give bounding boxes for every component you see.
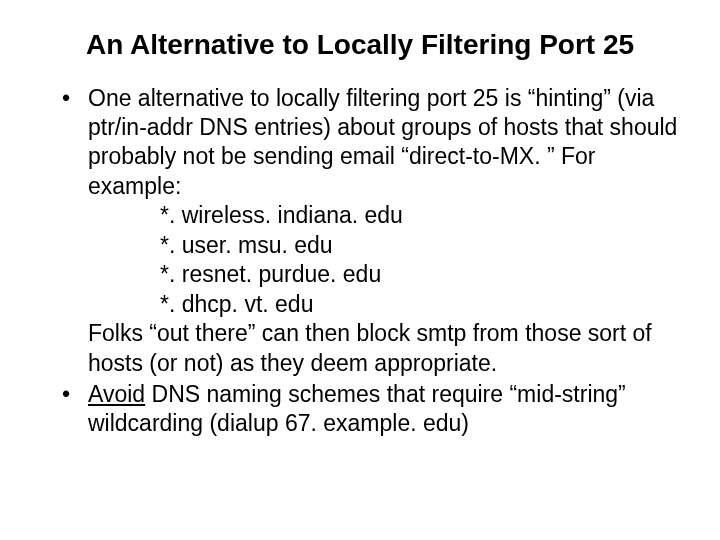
underlined-word: Avoid bbox=[88, 381, 145, 407]
bullet-text: DNS naming schemes that require “mid-str… bbox=[88, 381, 626, 436]
bullet-list: One alternative to locally filtering por… bbox=[60, 84, 680, 439]
example-line: *. wireless. indiana. edu bbox=[88, 201, 680, 230]
example-line: *. resnet. purdue. edu bbox=[88, 260, 680, 289]
bullet-item: Avoid DNS naming schemes that require “m… bbox=[60, 380, 680, 439]
bullet-trail-text: Folks “out there” can then block smtp fr… bbox=[88, 320, 652, 375]
example-line: *. dhcp. vt. edu bbox=[88, 290, 680, 319]
slide: An Alternative to Locally Filtering Port… bbox=[0, 0, 720, 540]
slide-title: An Alternative to Locally Filtering Port… bbox=[40, 28, 680, 62]
bullet-lead-text: One alternative to locally filtering por… bbox=[88, 85, 677, 199]
example-line: *. user. msu. edu bbox=[88, 231, 680, 260]
bullet-item: One alternative to locally filtering por… bbox=[60, 84, 680, 378]
